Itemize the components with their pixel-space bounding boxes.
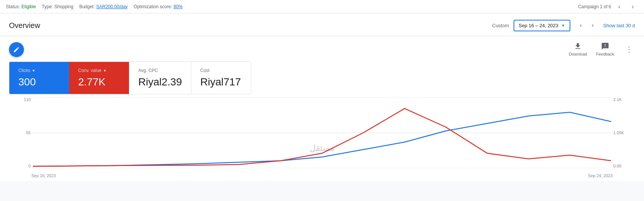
status-value: Eligible <box>21 4 36 9</box>
metric-avg-cpc-label: Avg. CPC <box>138 68 182 73</box>
y-right-mid: 1.05K <box>613 131 632 135</box>
conv-value-chevron-icon: ▼ <box>103 69 107 73</box>
x-axis-labels: Sep 16, 2023 Sep 24, 2023 <box>9 172 635 178</box>
opt-label: Optimization score: <box>134 4 172 9</box>
date-nav: ‹ › <box>575 19 599 31</box>
line-chart-svg <box>33 97 611 168</box>
metric-clicks-label: Clicks ▼ <box>18 68 60 73</box>
budget-label: Budget: <box>79 4 95 9</box>
custom-label: Custom <box>492 23 509 28</box>
chart-wrapper: 110 55 0 2.1K 1.05K 0.00 <box>9 94 635 181</box>
metric-avg-cpc[interactable]: Avg. CPC Riyal2.39 <box>129 62 191 94</box>
download-icon <box>574 42 582 50</box>
opt-value[interactable]: 80% <box>173 4 182 9</box>
status-info: Status: Eligible <box>6 4 36 9</box>
next-campaign-button[interactable]: › <box>628 1 638 12</box>
status-label: Status: <box>6 4 20 9</box>
overview-header: Overview Custom Sep 16 – 24, 2023 ▼ ‹ › … <box>0 13 644 36</box>
top-bar: Status: Eligible Type: Shopping Budget: … <box>0 0 644 13</box>
campaign-counter: Campaign 1 of 6 <box>578 4 611 9</box>
type-value: Shopping <box>54 4 73 9</box>
metrics-row: Clicks ▼ 300 Conv. value ▼ 2.77K Avg. CP… <box>9 62 251 94</box>
metric-conv-value[interactable]: Conv. value ▼ 2.77K <box>69 62 129 94</box>
metric-cost-value: Riyal717 <box>200 76 242 88</box>
date-range-value: Sep 16 – 24, 2023 <box>519 23 558 28</box>
metric-clicks[interactable]: Clicks ▼ 300 <box>9 62 69 94</box>
y-left-mid: 55 <box>12 131 31 135</box>
page-title: Overview <box>9 21 40 30</box>
next-date-button[interactable]: › <box>587 19 599 31</box>
download-button[interactable]: Download <box>569 42 587 56</box>
clicks-chevron-icon: ▼ <box>32 69 36 73</box>
show-last-button[interactable]: Show last 30 d <box>603 23 635 28</box>
type-label: Type: <box>42 4 53 9</box>
chevron-down-icon: ▼ <box>561 23 565 28</box>
opt-score-info: Optimization score: 80% <box>134 4 183 9</box>
y-right-top: 2.1K <box>613 97 632 102</box>
chart-svg-area: مستقل <box>33 97 611 168</box>
date-controls: Custom Sep 16 – 24, 2023 ▼ ‹ › Show last… <box>492 19 635 31</box>
download-label: Download <box>569 52 587 56</box>
x-label-end: Sep 24, 2023 <box>588 173 613 178</box>
more-options-button[interactable]: ⋮ <box>623 43 635 55</box>
budget-value[interactable]: SAR200.00/day <box>96 4 128 9</box>
y-axis-left: 110 55 0 <box>12 97 31 168</box>
feedback-button[interactable]: Feedback <box>596 42 614 56</box>
campaign-nav: Campaign 1 of 6 ‹ › <box>578 1 638 12</box>
prev-date-button[interactable]: ‹ <box>575 19 587 31</box>
feedback-label: Feedback <box>596 52 614 56</box>
prev-campaign-button[interactable]: ‹ <box>614 1 625 12</box>
date-range-picker[interactable]: Sep 16 – 24, 2023 ▼ <box>514 20 570 31</box>
edit-fab-button[interactable] <box>9 42 24 57</box>
y-right-bot: 0.00 <box>613 164 632 168</box>
metric-conv-value-label: Conv. value ▼ <box>78 68 120 73</box>
budget-info: Budget: SAR200.00/day <box>79 4 127 9</box>
metric-clicks-value: 300 <box>18 76 60 88</box>
metric-cost-label: Cost <box>200 68 242 73</box>
campaign-info: Status: Eligible Type: Shopping Budget: … <box>6 4 182 9</box>
metric-avg-cpc-value: Riyal2.39 <box>138 76 182 88</box>
y-axis-right: 2.1K 1.05K 0.00 <box>613 97 632 168</box>
y-left-bot: 0 <box>12 164 31 168</box>
card-area: Download Feedback ⋮ Clicks ▼ 300 <box>0 36 644 181</box>
feedback-icon <box>601 42 609 50</box>
y-left-top: 110 <box>12 97 31 102</box>
toolbar-right: Download Feedback ⋮ <box>569 42 635 56</box>
pencil-icon <box>13 46 20 53</box>
metric-conv-value-value: 2.77K <box>78 76 120 88</box>
chart-container: 110 55 0 2.1K 1.05K 0.00 <box>9 97 635 172</box>
type-info: Type: Shopping <box>42 4 73 9</box>
more-vert-icon: ⋮ <box>625 45 633 54</box>
metric-cost[interactable]: Cost Riyal717 <box>191 62 251 94</box>
x-label-start: Sep 16, 2023 <box>31 173 56 178</box>
main-content: Overview Custom Sep 16 – 24, 2023 ▼ ‹ › … <box>0 13 644 181</box>
